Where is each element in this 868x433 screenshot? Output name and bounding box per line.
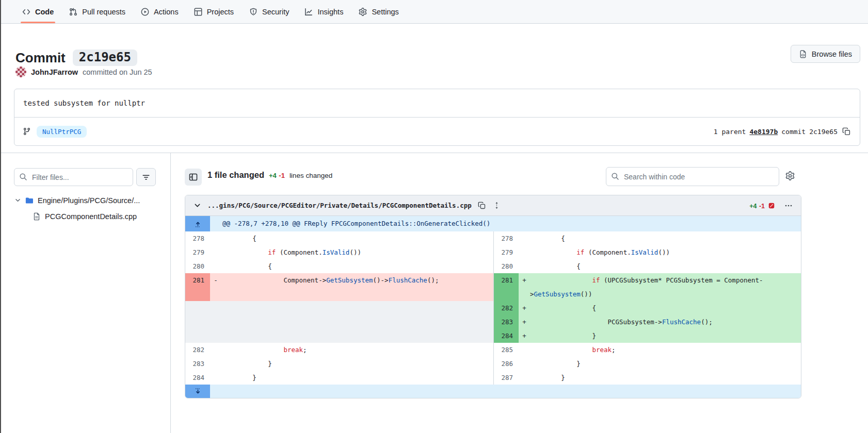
line-number[interactable]: 285: [494, 343, 519, 357]
copy-icon: [842, 127, 850, 136]
diff-main: 1 file changed +4 -1 lines changed ...gi…: [171, 153, 868, 433]
diff-row: 280 {: [185, 259, 493, 273]
file-code-icon: [799, 50, 807, 58]
search-within-code-input[interactable]: [606, 167, 779, 186]
line-number[interactable]: 280: [494, 259, 519, 273]
diff-sign: [519, 357, 530, 371]
line-number[interactable]: 281: [185, 273, 210, 287]
files-changed-label: 1 file changed: [207, 170, 264, 180]
code-line: if (UPCGSubsystem* PCGSubsystem = Compon…: [530, 273, 801, 287]
nav-item-projects[interactable]: Projects: [186, 0, 242, 23]
tree-item-folder[interactable]: Engine/Plugins/PCG/Source/...: [0, 192, 166, 208]
collapse-file-tree-button[interactable]: [185, 169, 202, 186]
commit-sha: 2c19e65: [809, 128, 838, 136]
filter-button[interactable]: [136, 168, 156, 186]
code-line: Component->GetSubsystem()->FlushCache();: [221, 273, 493, 287]
code-line: {: [530, 301, 801, 315]
collapse-diff-button[interactable]: [192, 201, 202, 210]
diff-sign: [210, 315, 221, 329]
code-line: {: [221, 259, 493, 273]
copy-sha-button[interactable]: [841, 126, 851, 137]
diff-row: 281- Component->GetSubsystem()->FlushCac…: [185, 273, 493, 287]
folder-icon: [25, 196, 34, 205]
diff-sign: [210, 301, 221, 315]
expand-up-button[interactable]: [185, 216, 210, 231]
kebab-icon: [784, 202, 793, 210]
tree-item-file[interactable]: PCGComponentDetails.cpp: [0, 208, 166, 224]
expand-bottom-row: [185, 385, 801, 398]
diff-pane-old: 278 {279 if (Component.IsValid())280 {28…: [185, 231, 493, 385]
nav-item-settings[interactable]: Settings: [351, 0, 406, 23]
line-number[interactable]: 281: [494, 273, 519, 287]
diff-row: [185, 301, 493, 315]
diff-row: [185, 315, 493, 329]
branch-chip[interactable]: NullPtrPCG: [37, 126, 87, 138]
hunk-header-row: @@ -278,7 +278,10 @@ FReply FPCGComponen…: [185, 216, 801, 231]
code-line: }: [221, 371, 493, 385]
filter-icon: [142, 173, 150, 181]
additions-count: +4: [269, 172, 277, 179]
diff-filename[interactable]: ...gins/PCG/Source/PCGEditor/Private/Det…: [207, 202, 472, 209]
line-number[interactable]: 287: [494, 371, 519, 385]
diff-sign: [210, 259, 221, 273]
commit-author-row: JohnJFarrow committed on Jun 25: [15, 66, 152, 77]
line-number[interactable]: 283: [494, 315, 519, 329]
parent-sha-link[interactable]: 4e8197b: [749, 128, 778, 136]
drag-handle[interactable]: [492, 201, 502, 210]
diff-row: 278 {: [494, 231, 801, 245]
commit-message-box: tested subsystem for nullptr NullPtrPCG …: [14, 89, 860, 146]
diff-row: 283 }: [185, 357, 493, 371]
file-options-button[interactable]: [783, 201, 794, 211]
panel-collapse-icon: [189, 173, 198, 181]
file-icon: [33, 212, 41, 221]
diff-sign: [519, 287, 530, 301]
commit-meta-row: NullPtrPCG 1 parent 4e8197b commit 2c19e…: [14, 118, 860, 145]
nav-item-insights[interactable]: Insights: [297, 0, 351, 23]
diff-row: 284+ }: [494, 329, 801, 343]
tree-item-label: Engine/Plugins/PCG/Source/...: [38, 196, 140, 205]
table-icon: [194, 8, 202, 16]
diff-settings-button[interactable]: [784, 170, 796, 181]
line-number[interactable]: 282: [494, 301, 519, 315]
diffstat-block-icon: [768, 203, 775, 209]
diff-row: 283+ PCGSubsystem->FlushCache();: [494, 315, 801, 329]
line-number[interactable]: 278: [185, 231, 210, 245]
diff-row: 284 }: [185, 371, 493, 385]
line-number[interactable]: 284: [185, 371, 210, 385]
commit-title-label: Commit: [15, 50, 66, 66]
copy-path-button[interactable]: [477, 201, 487, 210]
line-number[interactable]: 278: [494, 231, 519, 245]
graph-icon: [304, 8, 313, 16]
nav-item-pull-requests[interactable]: Pull requests: [61, 0, 133, 23]
browse-files-button[interactable]: Browse files: [791, 45, 860, 63]
line-number[interactable]: 283: [185, 357, 210, 371]
diff-sign: [210, 343, 221, 357]
diff-row: 287 }: [494, 371, 801, 385]
line-number[interactable]: 286: [494, 357, 519, 371]
author-name[interactable]: JohnJFarrow: [31, 68, 78, 76]
nav-item-label: Insights: [317, 8, 343, 16]
diff-row: >GetSubsystem()): [494, 287, 801, 301]
gear-icon: [785, 171, 795, 180]
diff-sign: [210, 245, 221, 259]
copy-icon: [478, 202, 486, 209]
nav-item-code[interactable]: Code: [14, 0, 61, 23]
git-branch-icon: [23, 127, 31, 136]
line-number[interactable]: 284: [494, 329, 519, 343]
expand-down-button[interactable]: [185, 385, 210, 398]
diff-row: [185, 329, 493, 343]
page-title: Commit 2c19e65: [15, 49, 137, 66]
line-number[interactable]: 279: [494, 245, 519, 259]
diff-row: 279 if (Component.IsValid()): [494, 245, 801, 259]
nav-item-label: Actions: [154, 8, 179, 16]
avatar[interactable]: [15, 66, 26, 77]
code-line: break;: [530, 343, 801, 357]
line-number[interactable]: 280: [185, 259, 210, 273]
line-number[interactable]: 279: [185, 245, 210, 259]
filter-files-input[interactable]: [14, 168, 133, 186]
line-number[interactable]: 282: [185, 343, 210, 357]
nav-item-security[interactable]: Security: [242, 0, 297, 23]
line-number: [185, 329, 210, 343]
code-line: }: [530, 329, 801, 343]
nav-item-actions[interactable]: Actions: [133, 0, 186, 23]
